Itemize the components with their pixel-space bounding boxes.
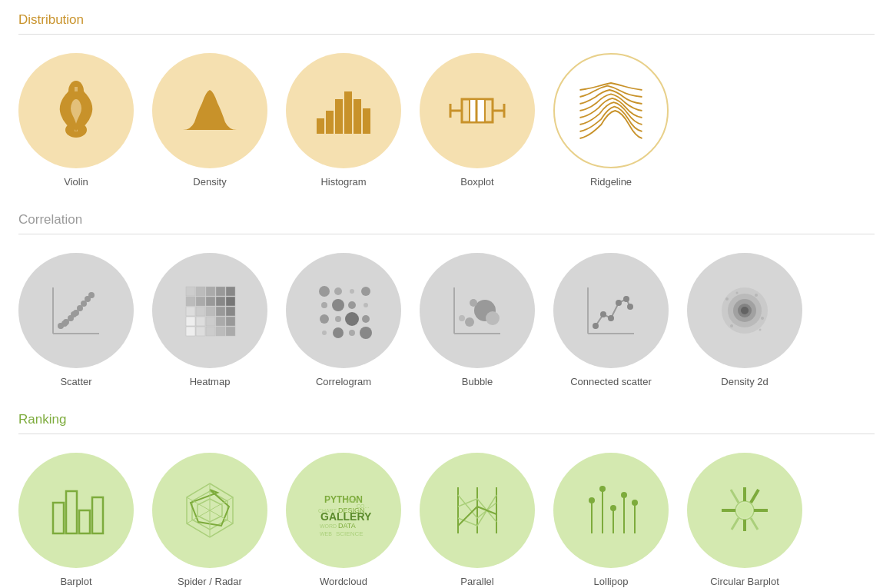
chart-icon-heatmap bbox=[152, 253, 267, 368]
svg-rect-39 bbox=[196, 307, 205, 316]
svg-point-74 bbox=[470, 299, 477, 307]
svg-rect-36 bbox=[216, 297, 225, 306]
section-title-correlation: Correlation bbox=[18, 212, 875, 228]
svg-point-54 bbox=[334, 287, 342, 295]
svg-point-124 bbox=[610, 505, 616, 511]
svg-rect-6 bbox=[344, 91, 352, 134]
svg-text:DATA: DATA bbox=[338, 522, 356, 530]
svg-point-78 bbox=[593, 323, 599, 329]
svg-point-65 bbox=[322, 331, 327, 335]
chart-label-density: Density bbox=[193, 176, 226, 188]
chart-item-spider[interactable]: Spider / Radar bbox=[152, 453, 267, 587]
svg-point-92 bbox=[730, 324, 733, 327]
svg-rect-51 bbox=[216, 327, 225, 336]
chart-label-heatmap: Heatmap bbox=[190, 376, 231, 387]
section-title-distribution: Distribution bbox=[18, 12, 875, 28]
svg-rect-31 bbox=[216, 287, 225, 296]
chart-label-scatter: Scatter bbox=[60, 376, 91, 387]
chart-icon-density bbox=[152, 53, 267, 168]
ranking-grid: Barplot Spider / Radar PYTHON CHAR bbox=[18, 453, 875, 587]
chart-icon-density2d bbox=[687, 253, 802, 368]
svg-rect-41 bbox=[216, 307, 225, 316]
svg-point-59 bbox=[348, 301, 356, 309]
svg-point-57 bbox=[321, 302, 327, 308]
svg-line-137 bbox=[731, 490, 739, 503]
svg-point-53 bbox=[319, 286, 330, 297]
chart-item-connected-scatter[interactable]: Connected scatter bbox=[553, 253, 669, 387]
svg-rect-32 bbox=[226, 287, 235, 296]
svg-point-63 bbox=[345, 312, 359, 326]
chart-item-bubble[interactable]: Bubble bbox=[420, 253, 535, 387]
divider-ranking bbox=[18, 434, 875, 434]
svg-rect-40 bbox=[206, 307, 215, 316]
svg-rect-47 bbox=[226, 317, 235, 326]
svg-point-89 bbox=[725, 297, 729, 301]
svg-rect-46 bbox=[216, 317, 225, 326]
svg-rect-52 bbox=[226, 327, 235, 336]
chart-icon-ridgeline bbox=[553, 53, 669, 168]
svg-rect-44 bbox=[196, 317, 205, 326]
chart-label-parallel: Parallel bbox=[460, 576, 493, 587]
svg-rect-29 bbox=[196, 287, 205, 296]
chart-item-ridgeline[interactable]: Ridgeline bbox=[553, 53, 669, 188]
svg-text:MAP: MAP bbox=[347, 498, 360, 503]
divider-correlation bbox=[18, 234, 875, 234]
chart-icon-parallel bbox=[420, 453, 535, 568]
svg-point-128 bbox=[632, 500, 638, 506]
chart-icon-wordcloud: PYTHON CHART DESIGN GALLERY WORD DATA WE… bbox=[286, 453, 401, 568]
svg-point-66 bbox=[333, 327, 344, 338]
svg-point-83 bbox=[627, 304, 633, 310]
chart-item-density[interactable]: Density bbox=[152, 53, 267, 188]
svg-text:CO...: CO... bbox=[357, 503, 369, 509]
chart-item-correlogram[interactable]: Correlogram bbox=[286, 253, 401, 387]
chart-label-connected-scatter: Connected scatter bbox=[570, 376, 652, 387]
chart-label-lollipop: Lollipop bbox=[594, 576, 629, 587]
chart-label-spider: Spider / Radar bbox=[178, 576, 242, 587]
svg-point-138 bbox=[737, 503, 752, 518]
svg-text:WEB: WEB bbox=[320, 531, 332, 537]
chart-item-scatter[interactable]: Scatter bbox=[18, 253, 134, 387]
svg-rect-43 bbox=[186, 317, 195, 326]
svg-rect-7 bbox=[354, 99, 361, 134]
chart-item-violin[interactable]: Violin bbox=[18, 53, 134, 188]
svg-rect-45 bbox=[206, 317, 215, 326]
chart-icon-connected-scatter bbox=[553, 253, 669, 368]
svg-rect-98 bbox=[92, 497, 103, 533]
svg-point-91 bbox=[761, 317, 764, 320]
chart-icon-spider bbox=[152, 453, 267, 568]
svg-rect-8 bbox=[363, 108, 370, 134]
svg-rect-42 bbox=[226, 307, 235, 316]
svg-rect-49 bbox=[196, 327, 205, 336]
chart-label-circular-barplot: Circular Barplot bbox=[710, 576, 779, 587]
svg-rect-97 bbox=[79, 510, 90, 533]
chart-item-wordcloud[interactable]: PYTHON CHART DESIGN GALLERY WORD DATA WE… bbox=[286, 453, 401, 587]
svg-rect-38 bbox=[186, 307, 195, 316]
svg-point-24 bbox=[73, 310, 79, 316]
chart-item-density2d[interactable]: Density 2d bbox=[687, 253, 802, 387]
chart-item-heatmap[interactable]: Heatmap bbox=[152, 253, 267, 387]
chart-item-histogram[interactable]: Histogram bbox=[286, 53, 401, 188]
chart-item-boxplot[interactable]: Boxplot bbox=[420, 53, 535, 188]
chart-item-lollipop[interactable]: Lollipop bbox=[553, 453, 669, 587]
svg-line-133 bbox=[751, 518, 758, 530]
svg-text:WORD: WORD bbox=[320, 523, 337, 529]
svg-rect-34 bbox=[196, 297, 205, 306]
chart-item-parallel[interactable]: Parallel bbox=[420, 453, 535, 587]
svg-point-71 bbox=[465, 317, 474, 327]
svg-point-60 bbox=[364, 303, 368, 307]
chart-item-barplot[interactable]: Barplot bbox=[18, 453, 134, 587]
chart-icon-lollipop bbox=[553, 453, 669, 568]
svg-rect-96 bbox=[66, 491, 77, 533]
svg-rect-4 bbox=[326, 111, 334, 134]
svg-point-82 bbox=[623, 296, 629, 302]
svg-rect-37 bbox=[226, 297, 235, 306]
chart-item-circular-barplot[interactable]: Circular Barplot bbox=[687, 453, 802, 587]
svg-point-56 bbox=[361, 287, 370, 296]
svg-rect-48 bbox=[186, 327, 195, 336]
chart-icon-scatter bbox=[18, 253, 134, 368]
chart-icon-boxplot bbox=[420, 53, 535, 168]
chart-label-histogram: Histogram bbox=[320, 176, 366, 188]
svg-rect-30 bbox=[206, 287, 215, 296]
svg-point-93 bbox=[736, 292, 739, 294]
svg-point-81 bbox=[616, 300, 622, 306]
